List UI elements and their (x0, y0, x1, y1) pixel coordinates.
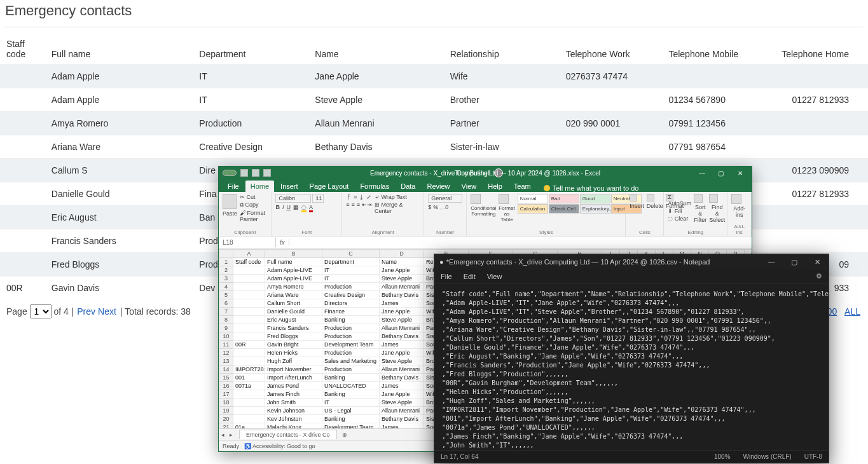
col-staff-code[interactable]: Staff code (0, 34, 45, 65)
sort-filter-icon[interactable] (694, 194, 703, 203)
np-maximize-icon[interactable]: ▢ (783, 254, 806, 270)
notepad-text-area[interactable]: "Staff code","Full name","Department","N… (434, 283, 829, 450)
np-menu-view[interactable]: View (487, 273, 502, 280)
ribbon-tab-team[interactable]: Team (509, 181, 536, 192)
border-icon[interactable]: ▦ (293, 204, 299, 212)
currency-icon[interactable]: $ (428, 204, 431, 210)
clear-button[interactable]: ◌ Clear (668, 215, 691, 222)
sheet-add-icon[interactable]: ⊕ (337, 432, 352, 438)
cond-format-icon[interactable] (471, 194, 481, 204)
cell-style-option[interactable]: Explanatory... (580, 204, 610, 214)
col-header[interactable]: D (380, 250, 424, 258)
maximize-icon[interactable]: ▢ (712, 167, 730, 179)
ribbon-tab-formulas[interactable]: Formulas (355, 181, 394, 192)
merge-center-button[interactable]: ⊞ Merge & Center (375, 201, 420, 214)
format-painter-button[interactable]: 🖌 Format Painter (240, 210, 267, 222)
close-icon[interactable]: ✕ (731, 167, 749, 179)
fill-button[interactable]: ⬇ Fill (668, 208, 691, 214)
ribbon-tab-file[interactable]: File (223, 181, 244, 192)
number-format-select[interactable]: General (428, 194, 462, 203)
find-select-icon[interactable] (709, 194, 718, 203)
table-row[interactable]: Ariana WareCreative DesignBethany DavisS… (0, 135, 868, 159)
cell-style-option[interactable]: Check Cell (549, 204, 579, 214)
col-department[interactable]: Department (193, 34, 308, 65)
name-box[interactable]: L18 (219, 238, 276, 247)
fx-icon[interactable]: fx (276, 239, 289, 246)
pager-next[interactable]: Next (98, 306, 116, 317)
col-header[interactable]: C (322, 250, 380, 258)
minimize-icon[interactable]: — (693, 167, 711, 179)
insert-icon[interactable] (630, 194, 637, 201)
ribbon-tab-view[interactable]: View (457, 181, 482, 192)
ribbon-tab-data[interactable]: Data (396, 181, 420, 192)
ribbon-tab-help[interactable]: Help (483, 181, 507, 192)
inc-dec-icon[interactable]: .0 (444, 204, 449, 210)
undo-icon[interactable] (252, 169, 259, 177)
bold-icon[interactable]: B (275, 204, 280, 212)
align-right-icon[interactable]: ≡ (357, 201, 360, 208)
col-header[interactable]: B (265, 250, 322, 258)
save-icon[interactable] (240, 169, 248, 177)
cell-styles-gallery[interactable]: NormalBadGoodNeutralCalculationCheck Cel… (518, 194, 642, 214)
paste-icon[interactable] (223, 194, 237, 209)
align-bottom-icon[interactable]: ⭳ (359, 194, 364, 200)
np-minimize-icon[interactable]: — (760, 254, 783, 270)
table-row[interactable]: Adam AppleITSteve AppleBrother01234 5678… (0, 88, 868, 112)
col-full-name[interactable]: Full name (45, 34, 193, 65)
ribbon-tab-insert[interactable]: Insert (275, 181, 303, 192)
autosum-button[interactable]: Σ AutoSum (668, 194, 691, 207)
cell-style-option[interactable]: Bad (549, 194, 579, 203)
align-middle-icon[interactable]: ≡ (354, 194, 357, 200)
notepad-window[interactable]: ● *Emergency contacts - X_drive Computin… (434, 254, 829, 463)
pager-all[interactable]: ALL (844, 306, 860, 317)
cell-style-option[interactable]: Normal (518, 194, 548, 203)
underline-icon[interactable]: U (286, 204, 291, 212)
font-size-select[interactable]: 11 (312, 194, 324, 203)
col-header[interactable]: A (233, 250, 265, 258)
formula-input[interactable] (289, 242, 752, 244)
np-close-icon[interactable]: ✕ (806, 254, 829, 270)
redo-icon[interactable] (263, 169, 271, 177)
col-tel-work[interactable]: Telephone Work (560, 34, 663, 65)
np-menu-edit[interactable]: Edit (464, 273, 476, 280)
sheet-tab-active[interactable]: Emergency contacts - X drive Co (239, 430, 337, 439)
col-relationship[interactable]: Relationship (444, 34, 560, 65)
np-settings-icon[interactable]: ⚙ (816, 272, 822, 280)
percent-icon[interactable]: % (433, 204, 438, 210)
align-left-icon[interactable]: ≡ (346, 201, 349, 208)
ribbon-tab-page-layout[interactable]: Page Layout (305, 181, 354, 192)
notepad-titlebar[interactable]: ● *Emergency contacts - X_drive Computin… (434, 254, 829, 270)
font-name-select[interactable]: Calibri (275, 194, 311, 203)
pager-page-select[interactable]: 1 (30, 304, 52, 318)
cut-button[interactable]: ✂ Cut (240, 194, 267, 200)
align-top-icon[interactable]: ⭱ (346, 194, 352, 200)
sheet-nav-first-icon[interactable]: ◂ (219, 432, 227, 438)
copy-button[interactable]: ⧉ Copy (240, 201, 267, 208)
pager-prev[interactable]: Prev (77, 306, 95, 317)
ribbon-tab-home[interactable]: Home (245, 181, 274, 192)
np-menu-file[interactable]: File (441, 273, 452, 280)
comma-icon[interactable]: , (440, 204, 442, 210)
italic-icon[interactable]: I (282, 204, 284, 212)
format-table-icon[interactable] (499, 194, 509, 204)
cell-style-option[interactable]: Calculation (518, 204, 548, 214)
delete-icon[interactable] (647, 194, 654, 201)
table-row[interactable]: Amya RomeroProductionAllaun MenraniPartn… (0, 112, 868, 135)
col-tel-home[interactable]: Telephone Home (765, 34, 868, 65)
autosave-icon[interactable] (223, 170, 237, 176)
col-tel-mobile[interactable]: Telephone Mobile (662, 34, 765, 65)
tell-me-search[interactable]: Tell me what you want to do (544, 184, 639, 192)
addins-icon[interactable] (731, 194, 741, 204)
fill-color-icon[interactable]: ◌ (301, 204, 307, 212)
indent-icon[interactable]: ⇤⇥ (362, 201, 372, 208)
wrap-text-button[interactable]: ⤶ Wrap Text (375, 194, 420, 200)
font-color-icon[interactable]: A (309, 204, 313, 212)
align-center-icon[interactable]: ≡ (351, 201, 354, 208)
excel-titlebar[interactable]: Emergency contacts - X_drive Computing L… (219, 167, 752, 179)
table-row[interactable]: Adam AppleITJane AppleWife0276373 47474 (0, 65, 868, 88)
orientation-icon[interactable]: ⤢ (366, 194, 371, 200)
cell-style-option[interactable]: Good (580, 194, 610, 203)
sheet-nav-prev-icon[interactable]: ▸ (227, 432, 235, 438)
ribbon-tab-review[interactable]: Review (422, 181, 455, 192)
col-name[interactable]: Name (308, 34, 443, 65)
